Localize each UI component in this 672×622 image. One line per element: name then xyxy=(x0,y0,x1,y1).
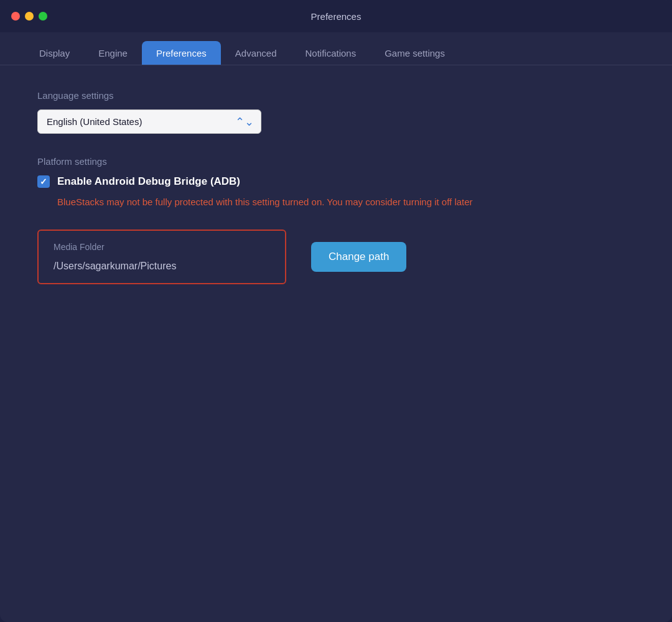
media-folder-box: Media Folder /Users/sagarkumar/Pictures xyxy=(37,230,286,284)
tabs-bar: Display Engine Preferences Advanced Noti… xyxy=(0,32,672,65)
tab-advanced[interactable]: Advanced xyxy=(221,41,291,65)
platform-section-label: Platform settings xyxy=(37,156,635,167)
media-folder-path: /Users/sagarkumar/Pictures xyxy=(54,261,270,272)
maximize-button[interactable] xyxy=(39,12,47,21)
media-folder-section: Media Folder /Users/sagarkumar/Pictures … xyxy=(37,230,635,284)
media-folder-title: Media Folder xyxy=(54,242,270,252)
platform-settings-section: Platform settings ✓ Enable Android Debug… xyxy=(37,156,635,210)
adb-checkbox[interactable]: ✓ xyxy=(37,175,50,188)
tab-display[interactable]: Display xyxy=(25,41,84,65)
tab-notifications[interactable]: Notifications xyxy=(291,41,371,65)
tab-game-settings[interactable]: Game settings xyxy=(370,41,459,65)
checkmark-icon: ✓ xyxy=(40,177,47,187)
minimize-button[interactable] xyxy=(25,12,34,21)
adb-checkbox-row: ✓ Enable Android Debug Bridge (ADB) xyxy=(37,175,635,188)
content-area: Language settings English (United States… xyxy=(0,65,672,622)
language-settings-section: Language settings English (United States… xyxy=(37,90,635,156)
tab-preferences[interactable]: Preferences xyxy=(142,41,221,65)
adb-label: Enable Android Debug Bridge (ADB) xyxy=(57,175,240,188)
preferences-window: Preferences Display Engine Preferences A… xyxy=(0,0,672,622)
titlebar: Preferences xyxy=(0,0,672,32)
language-select[interactable]: English (United States) English (UK) Spa… xyxy=(37,109,261,134)
change-path-button[interactable]: Change path xyxy=(311,242,406,272)
close-button[interactable] xyxy=(11,12,20,21)
tab-engine[interactable]: Engine xyxy=(84,41,142,65)
adb-warning-text: BlueStacks may not be fully protected wi… xyxy=(57,195,518,210)
language-section-label: Language settings xyxy=(37,90,635,101)
traffic-lights xyxy=(11,12,47,21)
language-select-wrapper: English (United States) English (UK) Spa… xyxy=(37,109,261,134)
window-title: Preferences xyxy=(311,11,362,22)
